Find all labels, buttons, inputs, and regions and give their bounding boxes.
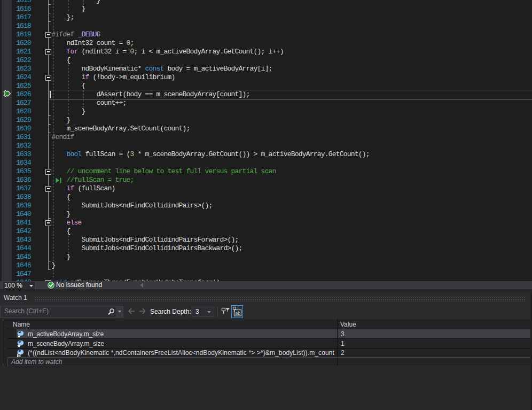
svg-text:ab: ab [236,310,241,315]
